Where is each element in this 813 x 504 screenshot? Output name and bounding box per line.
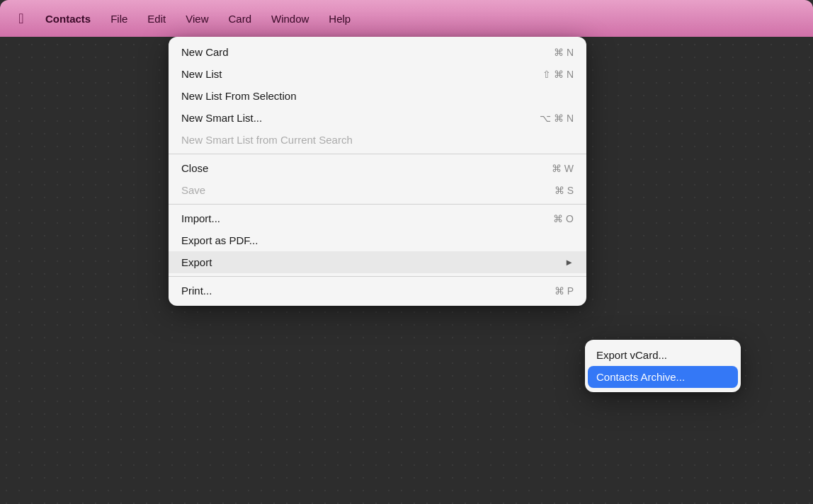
menu-item-new-list[interactable]: New List ⇧ ⌘ N xyxy=(169,63,586,85)
menu-item-print[interactable]: Print... ⌘ P xyxy=(169,280,586,302)
export-submenu: Export vCard... Contacts Archive... xyxy=(585,340,741,392)
apple-icon:  xyxy=(18,11,23,27)
menubar-item-help[interactable]: Help xyxy=(320,8,359,29)
apple-menu-button[interactable]:  xyxy=(8,6,34,31)
menubar-item-file[interactable]: File xyxy=(102,8,136,29)
menu-item-export-pdf[interactable]: Export as PDF... xyxy=(169,229,586,251)
menubar-item-view[interactable]: View xyxy=(177,8,217,29)
menu-item-export-label: Export xyxy=(181,256,559,268)
menu-item-save-label: Save xyxy=(181,184,538,196)
submenu-item-contacts-archive[interactable]: Contacts Archive... xyxy=(588,366,738,388)
menu-item-close-label: Close xyxy=(181,162,535,174)
menu-item-save-shortcut: ⌘ S xyxy=(555,185,574,196)
divider-1 xyxy=(169,154,586,154)
divider-3 xyxy=(169,276,586,277)
menu-item-new-smart-list-shortcut: ⌥ ⌘ N xyxy=(540,113,574,124)
menu-item-new-smart-list[interactable]: New Smart List... ⌥ ⌘ N xyxy=(169,107,586,129)
menu-item-new-list-label: New List xyxy=(181,68,525,80)
menu-item-export-arrow: ► xyxy=(564,257,574,268)
submenu-item-export-vcard[interactable]: Export vCard... xyxy=(585,344,741,366)
menu-item-import-label: Import... xyxy=(181,212,536,224)
menu-item-new-card[interactable]: New Card ⌘ N xyxy=(169,41,586,63)
menu-item-close[interactable]: Close ⌘ W xyxy=(169,157,586,179)
menu-item-print-label: Print... xyxy=(181,285,538,297)
file-menu-dropdown: New Card ⌘ N New List ⇧ ⌘ N New List Fro… xyxy=(169,37,586,306)
menu-item-import-shortcut: ⌘ O xyxy=(553,213,574,224)
menubar:  Contacts File Edit View Card Window He… xyxy=(0,0,813,37)
menu-item-new-card-label: New Card xyxy=(181,46,537,58)
menu-item-export-pdf-label: Export as PDF... xyxy=(181,234,557,246)
menu-item-save: Save ⌘ S xyxy=(169,179,586,201)
menubar-item-card[interactable]: Card xyxy=(220,8,260,29)
menu-item-new-smart-list-search-label: New Smart List from Current Search xyxy=(181,134,557,146)
menu-item-close-shortcut: ⌘ W xyxy=(552,163,574,174)
menu-item-export[interactable]: Export ► xyxy=(169,251,586,273)
menu-item-new-list-from-selection-label: New List From Selection xyxy=(181,90,557,102)
menu-item-new-card-shortcut: ⌘ N xyxy=(554,47,574,58)
menubar-item-contacts[interactable]: Contacts xyxy=(37,8,99,29)
menu-item-new-smart-list-search: New Smart List from Current Search xyxy=(169,129,586,151)
menu-item-new-smart-list-label: New Smart List... xyxy=(181,112,523,124)
menu-item-print-shortcut: ⌘ P xyxy=(555,285,574,297)
menu-item-import[interactable]: Import... ⌘ O xyxy=(169,207,586,229)
divider-2 xyxy=(169,204,586,205)
menu-item-new-list-from-selection[interactable]: New List From Selection xyxy=(169,85,586,107)
menu-item-new-list-shortcut: ⇧ ⌘ N xyxy=(542,69,574,80)
menubar-item-window[interactable]: Window xyxy=(263,8,317,29)
menubar-item-edit[interactable]: Edit xyxy=(139,8,174,29)
